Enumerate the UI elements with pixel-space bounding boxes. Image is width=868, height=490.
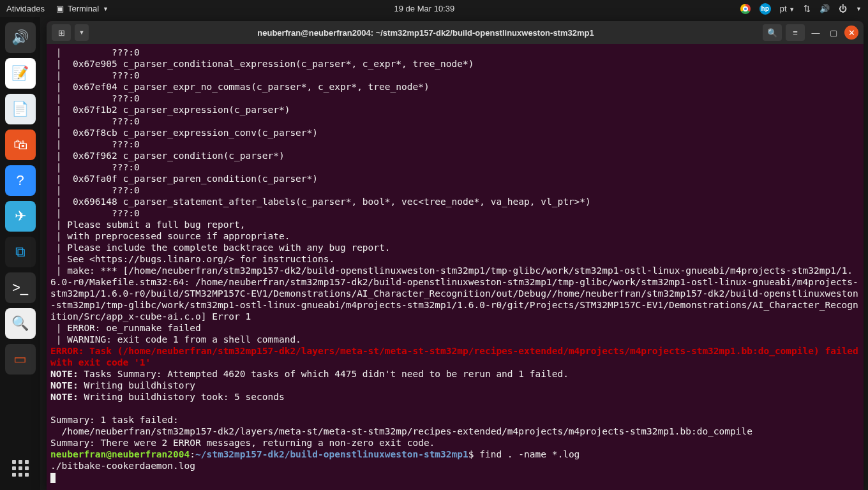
output-line: Summary: There were 2 ERROR messages, re… <box>50 438 435 448</box>
hp-tray-icon[interactable]: hp <box>760 3 771 15</box>
clock[interactable]: 19 de Mar 10:39 <box>108 4 740 13</box>
maximize-icon: ▢ <box>830 28 837 38</box>
output-line: | ???:0 <box>50 93 140 103</box>
output-line: | 0x67ef04 c_parser_expr_no_commas(c_par… <box>50 82 430 92</box>
tab-dropdown-button[interactable]: ▼ <box>75 24 89 41</box>
window-title: neuberfran@neuberfran2004: ~/stm32mp157-… <box>93 28 759 38</box>
terminal-window: ⊞ ▼ neuberfran@neuberfran2004: ~/stm32mp… <box>47 21 864 490</box>
output-line: | 0x67f1b2 c_parser_expression(c_parser*… <box>50 105 290 115</box>
dock-help-icon[interactable]: ? <box>5 165 36 196</box>
minimize-button[interactable]: — <box>809 24 823 41</box>
dock: 🔊 📝 📄 🛍 ? ✈ ⧉ >_ 🔍 ▭ <box>0 17 40 490</box>
network-icon[interactable]: ⇅ <box>804 4 811 13</box>
dock-terminal-icon[interactable]: >_ <box>5 272 36 303</box>
output-line: | ???:0 <box>50 139 140 149</box>
new-tab-button[interactable]: ⊞ <box>52 24 71 41</box>
output-line: | WARNING: exit code 1 from a shell comm… <box>50 334 301 345</box>
prompt-user: neuberfran@neuberfran2004 <box>50 449 190 459</box>
cursor <box>50 473 56 483</box>
prompt-colon: : <box>190 449 195 459</box>
chrome-tray-icon[interactable] <box>740 4 751 14</box>
app-menu[interactable]: ▣ Terminal ▼ <box>56 4 108 13</box>
chevron-down-icon: ▼ <box>103 6 108 12</box>
output-line: Writing buildhistory <box>79 380 195 390</box>
power-icon[interactable]: ⏻ <box>839 4 847 13</box>
prompt-dollar: $ <box>468 449 479 459</box>
dock-software-icon[interactable]: 🛍 <box>5 130 36 160</box>
output-line: | ???:0 <box>50 47 140 57</box>
output-line: | 0x696148 c_parser_statement_after_labe… <box>50 197 591 207</box>
output-line: | ???:0 <box>50 116 140 126</box>
output-line: | 0x67e905 c_parser_conditional_expressi… <box>50 59 474 69</box>
dock-vscode-icon[interactable]: ⧉ <box>5 237 36 267</box>
command-text: find . -name *.log <box>479 449 580 459</box>
dock-rhythmbox-icon[interactable]: 🔊 <box>5 22 36 53</box>
error-label: ERROR: <box>50 346 84 356</box>
output-line: | 0x67fa0f c_parser_paren_condition(c_pa… <box>50 174 318 184</box>
output-line: ./bitbake-cookerdaemon.log <box>50 461 195 471</box>
maximize-button[interactable]: ▢ <box>827 24 841 41</box>
output-line: | 0x67f8cb c_parser_expression_conv(c_pa… <box>50 128 318 138</box>
hamburger-menu-button[interactable]: ≡ <box>786 24 805 41</box>
note-label: NOTE: <box>50 392 79 402</box>
prompt-path: ~/stm32mp157-dk2/build-openstlinuxweston… <box>195 449 468 459</box>
output-line: Summary: 1 task failed: <box>50 415 179 425</box>
volume-icon[interactable]: 🔊 <box>819 4 830 13</box>
dock-imageviewer-icon[interactable]: 🔍 <box>5 308 36 339</box>
output-line: Tasks Summary: Attempted 4620 tasks of w… <box>79 369 569 379</box>
output-line: | ERROR: oe_runmake failed <box>50 323 201 333</box>
dock-show-apps[interactable] <box>5 453 36 484</box>
output-line: Writing buildhistory took: 5 seconds <box>79 392 285 402</box>
output-line: | with preprocessed source if appropriat… <box>50 231 290 241</box>
output-line: | ???:0 <box>50 185 140 195</box>
dock-drive-icon[interactable]: ▭ <box>5 344 36 375</box>
activities-button[interactable]: Atividades <box>6 4 45 13</box>
gnome-topbar: Atividades ▣ Terminal ▼ 19 de Mar 10:39 … <box>0 0 868 17</box>
keyboard-layout[interactable]: pt ▼ <box>780 4 795 13</box>
chevron-down-icon: ▼ <box>79 29 85 36</box>
output-line: | make: *** [/home/neuberfran/stm32mp157… <box>50 265 858 322</box>
search-button[interactable]: 🔍 <box>763 24 782 41</box>
terminal-small-icon: ▣ <box>56 4 64 13</box>
output-line: /home/neuberfran/stm32mp157-dk2/layers/m… <box>50 426 752 436</box>
dock-telegram-icon[interactable]: ✈ <box>5 201 36 232</box>
system-menu-chevron-icon[interactable]: ▼ <box>856 6 862 12</box>
hamburger-icon: ≡ <box>793 28 798 38</box>
output-line: | Please include the complete backtrace … <box>50 242 391 253</box>
search-icon: 🔍 <box>767 28 777 38</box>
error-message: Task (/home/neuberfran/stm32mp157-dk2/la… <box>50 346 864 368</box>
close-icon: ✕ <box>848 28 855 38</box>
output-line: | See <https://bugs.linaro.org/> for ins… <box>50 254 334 264</box>
note-label: NOTE: <box>50 380 79 390</box>
output-line: | ???:0 <box>50 208 140 218</box>
terminal-output[interactable]: | ???:0 | 0x67e905 c_parser_conditional_… <box>47 44 864 490</box>
note-label: NOTE: <box>50 369 79 379</box>
new-tab-icon: ⊞ <box>58 28 65 38</box>
output-line: | ???:0 <box>50 70 140 80</box>
output-line: | Please submit a full bug report, <box>50 219 246 230</box>
dock-writer-icon[interactable]: 📄 <box>5 94 36 124</box>
titlebar: ⊞ ▼ neuberfran@neuberfran2004: ~/stm32mp… <box>47 21 864 44</box>
minimize-icon: — <box>812 28 820 38</box>
close-button[interactable]: ✕ <box>844 26 858 40</box>
dock-texteditor-icon[interactable]: 📝 <box>5 58 36 89</box>
output-line: | 0x67f962 c_parser_condition(c_parser*) <box>50 151 285 161</box>
output-line: | ???:0 <box>50 162 140 172</box>
